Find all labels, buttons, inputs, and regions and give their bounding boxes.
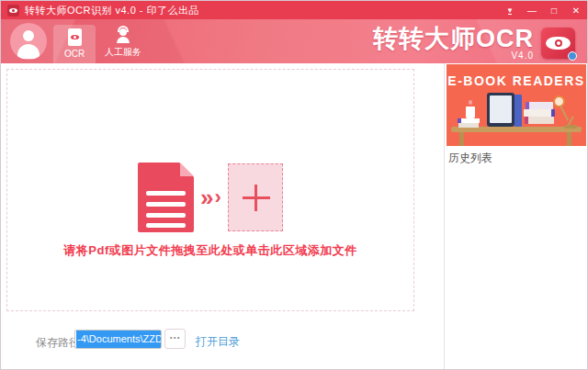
save-path-input[interactable]: -4\Documents\ZZDSOCR\Fil [74, 330, 162, 349]
user-avatar[interactable] [10, 23, 47, 60]
drop-illustration: » › [7, 163, 413, 232]
tab-label: OCR [64, 49, 85, 59]
document-file-icon [138, 163, 194, 232]
tab-manual-service[interactable]: 人工服务 [96, 25, 151, 63]
title-bar: 转转大师OCR识别 v4.0 - 印了么出品 ▾ — □ ✕ [1, 1, 587, 19]
close-button[interactable]: ✕ [565, 1, 587, 19]
minimize-button[interactable]: — [521, 1, 543, 19]
history-list-label: 历史列表 [448, 151, 492, 166]
save-path-bar: 保存路径: -4\Documents\ZZDSOCR\Fil ··· 打开目录 [1, 309, 444, 369]
window-controls: ▾ — □ ✕ [499, 1, 587, 19]
add-file-target[interactable] [228, 163, 283, 231]
app-window: 转转大师OCR识别 v4.0 - 印了么出品 ▾ — □ ✕ OCR 人工服务 [0, 0, 588, 370]
header: OCR 人工服务 转转大师OCR V4.0 [1, 19, 587, 63]
book-icon [514, 95, 522, 127]
arrow-icons: » › [200, 188, 221, 207]
chevron-single-icon: › [215, 188, 221, 207]
headset-person-icon [115, 26, 131, 43]
brand-name: 转转大师OCR [373, 25, 534, 52]
tab-ocr[interactable]: OCR [53, 25, 96, 63]
lock-badge-icon [568, 51, 577, 61]
brand-eye-icon [541, 28, 575, 59]
ebook-readers-banner[interactable]: E-BOOK READERS [447, 64, 586, 146]
browse-button[interactable]: ··· [164, 329, 186, 349]
save-path-value: -4\Documents\ZZDSOCR\Fil [76, 331, 162, 348]
file-drop-zone[interactable]: » › 请将Pdf或图片文件拖拽至此处或单击此区域添加文件 [6, 69, 414, 311]
tab-label: 人工服务 [105, 46, 141, 59]
maximize-button[interactable]: □ [543, 1, 565, 19]
skin-menu-button[interactable]: ▾ [499, 1, 521, 19]
ocr-document-icon [68, 28, 82, 46]
main-panel: » › 请将Pdf或图片文件拖拽至此处或单击此区域添加文件 保存路径: -4\D… [1, 63, 445, 369]
window-title: 转转大师OCR识别 v4.0 - 印了么出品 [25, 4, 199, 17]
ereader-icon [487, 93, 514, 127]
open-directory-link[interactable]: 打开目录 [196, 334, 240, 350]
cup-icon [466, 107, 475, 118]
banner-title: E-BOOK READERS [447, 73, 586, 88]
chevron-double-icon: » [200, 188, 213, 207]
brand-logo: 转转大师OCR V4.0 [373, 25, 534, 61]
app-logo-icon [7, 5, 19, 17]
tab-bar: OCR 人工服务 [53, 25, 151, 63]
sidebar: E-BOOK READERS 历史列表 [446, 63, 587, 369]
drop-zone-tip: 请将Pdf或图片文件拖拽至此处或单击此区域添加文件 [7, 242, 413, 259]
